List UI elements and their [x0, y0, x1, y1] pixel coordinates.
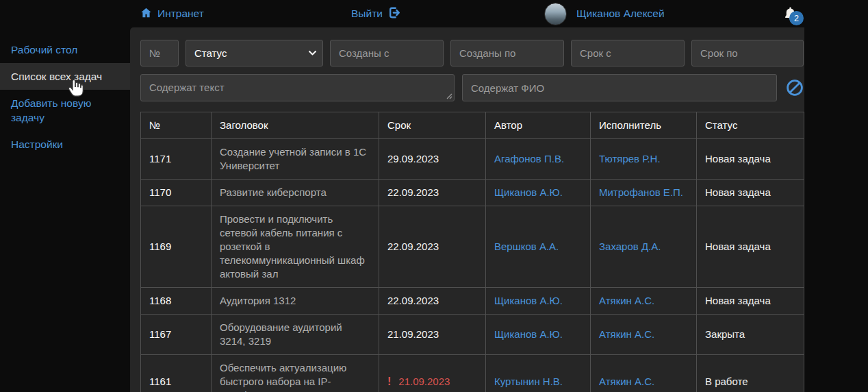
task-title-cell: Развитие киберспорта	[212, 180, 379, 206]
logout-link[interactable]: Выйти	[351, 6, 401, 22]
sidebar-item-desktop[interactable]: Рабочий стол	[0, 36, 130, 63]
author-link[interactable]: Щиканов А.Ю.	[494, 186, 563, 198]
contains-fio-input[interactable]	[462, 74, 777, 101]
sidebar: Рабочий стол Список всех задач Добавить …	[0, 27, 130, 392]
task-title-cell: Аудитория 1312	[212, 288, 379, 315]
task-due-cell: !21.09.2023	[379, 355, 486, 392]
executor-link[interactable]: Атякин А.С.	[599, 295, 654, 306]
task-due-cell: 22.09.2023	[379, 288, 486, 315]
executor-link[interactable]: Захаров Д.А.	[599, 241, 661, 252]
task-author-cell: Щиканов А.Ю.	[486, 315, 591, 355]
sidebar-item-settings[interactable]: Настройки	[0, 131, 130, 158]
col-header-author: Автор	[486, 112, 591, 139]
task-row: 1161Обеспечить актуализацию быстрого наб…	[141, 355, 804, 392]
author-link[interactable]: Щиканов А.Ю.	[494, 295, 563, 306]
col-header-executor: Исполнитель	[591, 112, 697, 139]
task-id-cell: 1170	[141, 180, 212, 206]
task-title-cell: Обеспечить актуализацию быстрого набора …	[212, 355, 379, 392]
task-id-cell: 1167	[141, 315, 212, 355]
task-executor-cell: Атякин А.С.	[591, 288, 697, 315]
cancel-icon	[786, 88, 804, 99]
logout-icon	[388, 6, 401, 22]
task-id-cell: 1168	[141, 288, 212, 315]
executor-link[interactable]: Тютярев Р.Н.	[599, 153, 661, 164]
due-from-input[interactable]	[571, 40, 685, 66]
created-from-input[interactable]	[330, 40, 444, 66]
intranet-home-link[interactable]: Интранет	[140, 7, 204, 21]
executor-link[interactable]: Митрофанов Е.П.	[599, 186, 683, 198]
col-header-title: Заголовок	[212, 112, 379, 139]
tasks-table: № Заголовок Срок Автор Исполнитель Стату…	[140, 112, 804, 392]
task-executor-cell: Захаров Д.А.	[591, 206, 697, 288]
user-avatar[interactable]	[544, 3, 567, 25]
task-executor-cell: Митрофанов Е.П.	[591, 180, 697, 206]
logout: Выйти	[351, 0, 401, 27]
col-header-due: Срок	[379, 112, 486, 139]
author-link[interactable]: Агафонов П.В.	[494, 153, 564, 164]
contains-text-input[interactable]	[140, 74, 455, 101]
task-executor-cell: Атякин А.С.	[591, 355, 697, 392]
user-box: Щиканов Алексей	[544, 0, 665, 27]
executor-link[interactable]: Атякин А.С.	[599, 328, 654, 340]
task-title-cell: Создание учетной записи в 1С Университет	[212, 139, 379, 180]
task-author-cell: Щиканов А.Ю.	[486, 288, 591, 315]
task-id-cell: 1161	[141, 355, 212, 392]
task-row: 1168Аудитория 131222.09.2023Щиканов А.Ю.…	[141, 288, 804, 315]
task-id-cell: 1169	[141, 206, 212, 288]
task-due-cell: 22.09.2023	[379, 206, 486, 288]
filter-row-2	[140, 74, 804, 101]
executor-link[interactable]: Атякин А.С.	[599, 376, 654, 387]
task-status-cell: Закрыта	[697, 315, 804, 355]
task-author-cell: Агафонов П.В.	[486, 139, 591, 180]
status-select[interactable]: Статус	[186, 40, 323, 66]
logout-label: Выйти	[351, 8, 383, 20]
task-author-cell: Вершков А.А.	[486, 206, 591, 288]
col-header-number: №	[141, 112, 212, 139]
created-to-input[interactable]	[450, 40, 564, 66]
top-bar: Интранет Выйти Щиканов Алексей 2	[0, 0, 868, 27]
task-row: 1171Создание учетной записи в 1С Универс…	[141, 139, 804, 180]
task-due-cell: 22.09.2023	[379, 180, 486, 206]
task-number-input[interactable]	[140, 40, 179, 66]
sidebar-item-all-tasks[interactable]: Список всех задач	[0, 63, 130, 90]
task-author-cell: Щиканов А.Ю.	[486, 180, 591, 206]
author-link[interactable]: Куртынин Н.В.	[494, 376, 563, 387]
overdue-icon: !	[387, 376, 391, 387]
table-header-row: № Заголовок Срок Автор Исполнитель Стату…	[141, 112, 804, 139]
clear-filters-button[interactable]	[786, 79, 804, 97]
task-row: 1170Развитие киберспорта22.09.2023Щикано…	[141, 180, 804, 206]
user-name-link[interactable]: Щиканов Алексей	[576, 8, 665, 20]
filter-row-1: Статус	[140, 40, 804, 66]
task-status-cell: Новая задача	[697, 139, 804, 180]
home-icon	[140, 7, 152, 21]
task-title-cell: Провести и подключить сетевой кабель пит…	[212, 206, 379, 288]
task-status-cell: Новая задача	[697, 206, 804, 288]
task-due-cell: 29.09.2023	[379, 139, 486, 180]
col-header-status: Статус	[697, 112, 804, 139]
main-panel: Статус №	[130, 27, 804, 392]
author-link[interactable]: Вершков А.А.	[494, 241, 559, 252]
task-due-cell: 21.09.2023	[379, 315, 486, 355]
author-link[interactable]: Щиканов А.Ю.	[494, 328, 563, 340]
task-status-cell: Новая задача	[697, 180, 804, 206]
brand: Интранет	[140, 0, 204, 27]
task-title-cell: Оборудование аудиторий 3214, 3219	[212, 315, 379, 355]
task-row: 1169Провести и подключить сетевой кабель…	[141, 206, 804, 288]
task-status-cell: Новая задача	[697, 288, 804, 315]
task-executor-cell: Атякин А.С.	[591, 315, 697, 355]
due-to-input[interactable]	[691, 40, 804, 66]
brand-label: Интранет	[157, 8, 204, 20]
task-author-cell: Куртынин Н.В.	[486, 355, 591, 392]
task-id-cell: 1171	[141, 139, 212, 180]
task-row: 1167Оборудование аудиторий 3214, 321921.…	[141, 315, 804, 355]
notification-count-badge: 2	[789, 11, 804, 25]
sidebar-item-add-task[interactable]: Добавить новую задачу	[0, 90, 130, 131]
status-select-wrap: Статус	[186, 40, 323, 66]
task-status-cell: В работе	[697, 355, 804, 392]
task-executor-cell: Тютярев Р.Н.	[591, 139, 697, 180]
